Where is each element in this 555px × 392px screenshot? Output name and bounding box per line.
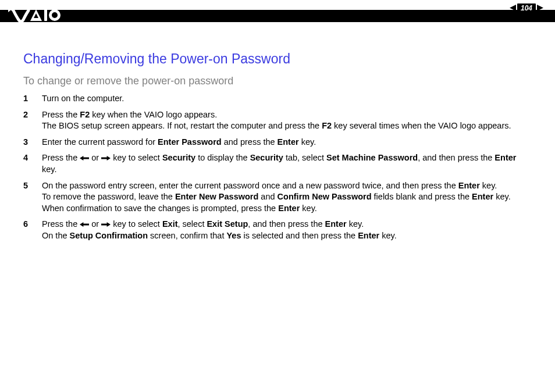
- instruction-step: 6Press the or key to select Exit, select…: [23, 219, 532, 242]
- step-text: On the password entry screen, enter the …: [42, 180, 532, 215]
- instruction-step: 3Enter the current password for Enter Pa…: [23, 137, 532, 148]
- step-text: Turn on the computer.: [42, 93, 532, 105]
- step-number: 5: [23, 180, 31, 215]
- svg-marker-4: [537, 5, 543, 11]
- svg-rect-0: [44, 9, 47, 21]
- nav-prev-icon[interactable]: [510, 4, 516, 13]
- instruction-step: 4Press the or key to select Security to …: [23, 152, 532, 176]
- arrow-left-icon: [80, 219, 89, 231]
- svg-marker-8: [101, 222, 111, 227]
- step-text: Press the F2 key when the VAIO logo appe…: [42, 109, 532, 132]
- instruction-step: 2Press the F2 key when the VAIO logo app…: [23, 109, 532, 132]
- instruction-list: 1Turn on the computer.2Press the F2 key …: [23, 93, 532, 242]
- svg-point-2: [52, 12, 58, 18]
- document-content: Changing/Removing the Power-on Password …: [23, 51, 532, 247]
- step-number: 1: [23, 93, 31, 105]
- instruction-step: 5On the password entry screen, enter the…: [23, 180, 532, 215]
- arrow-right-icon: [101, 219, 111, 231]
- page-number: 104: [517, 3, 536, 13]
- step-number: 2: [23, 109, 31, 132]
- page-navigation: 104: [431, 3, 543, 13]
- arrow-left-icon: [80, 153, 89, 165]
- step-text: Press the or key to select Exit, select …: [42, 219, 532, 242]
- instruction-step: 1Turn on the computer.: [23, 93, 532, 105]
- nav-next-icon[interactable]: [537, 4, 543, 13]
- page-subtitle: To change or remove the power-on passwor…: [23, 75, 532, 87]
- step-number: 3: [23, 137, 31, 148]
- page-title: Changing/Removing the Power-on Password: [23, 51, 532, 67]
- page-meta: 104 Customizing Your VAIO Computer: [431, 3, 543, 21]
- svg-marker-7: [80, 222, 89, 227]
- step-text: Enter the current password for Enter Pas…: [42, 137, 532, 148]
- arrow-right-icon: [101, 153, 111, 165]
- svg-marker-3: [510, 5, 516, 11]
- vaio-logo: [8, 8, 62, 26]
- svg-marker-5: [80, 156, 89, 161]
- section-breadcrumb: Customizing Your VAIO Computer: [431, 13, 543, 21]
- svg-marker-6: [101, 156, 111, 161]
- step-number: 4: [23, 152, 31, 176]
- step-text: Press the or key to select Security to d…: [42, 152, 532, 176]
- step-number: 6: [23, 219, 31, 242]
